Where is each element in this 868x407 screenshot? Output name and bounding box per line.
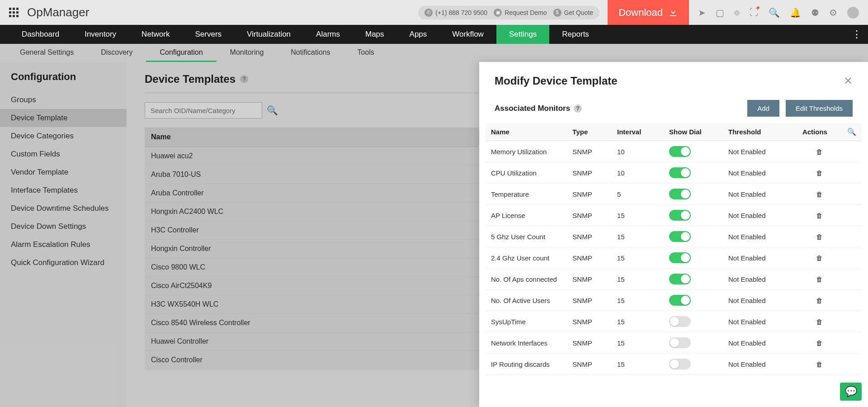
monitor-dial-cell xyxy=(664,354,723,375)
show-dial-toggle[interactable] xyxy=(669,252,691,263)
close-icon[interactable]: ✕ xyxy=(844,75,853,87)
nav-inventory[interactable]: Inventory xyxy=(72,25,129,44)
show-dial-toggle[interactable] xyxy=(669,337,691,348)
monitors-scroll[interactable]: Name Type Interval Show Dial Threshold A… xyxy=(479,123,868,407)
show-dial-toggle[interactable] xyxy=(669,146,691,157)
mon-col-interval[interactable]: Interval xyxy=(612,123,664,141)
mon-col-threshold[interactable]: Threshold xyxy=(723,123,797,141)
show-dial-toggle[interactable] xyxy=(669,316,691,327)
presentation-icon[interactable]: ▢ xyxy=(716,7,724,18)
monitor-dial-cell xyxy=(664,226,723,247)
search-icon[interactable]: 🔍 xyxy=(769,7,780,18)
subnav-discovery[interactable]: Discovery xyxy=(87,44,146,62)
rocket-icon[interactable]: ➤ xyxy=(698,7,706,18)
monitor-row: No. Of Active UsersSNMP15Not Enabled🗑 xyxy=(486,290,862,311)
help-icon[interactable]: ? xyxy=(574,104,582,113)
get-quote-link[interactable]: $Get Quote xyxy=(553,9,594,17)
delete-icon[interactable]: 🗑 xyxy=(797,354,842,375)
monitor-type: SNMP xyxy=(567,311,612,332)
quote-icon: $ xyxy=(553,9,561,17)
nav-more-icon[interactable]: ⋮ xyxy=(852,28,862,40)
monitor-type: SNMP xyxy=(567,354,612,375)
show-dial-toggle[interactable] xyxy=(669,210,691,221)
gift-icon[interactable]: ⛶ xyxy=(750,7,759,18)
delete-icon[interactable]: 🗑 xyxy=(797,184,842,205)
monitor-type: SNMP xyxy=(567,332,612,354)
modify-template-panel: Modify Device Template ✕ Associated Moni… xyxy=(479,62,868,407)
monitor-threshold: Not Enabled xyxy=(723,141,797,162)
monitor-dial-cell xyxy=(664,162,723,184)
monitor-dial-cell xyxy=(664,141,723,162)
mon-col-type[interactable]: Type xyxy=(567,123,612,141)
chat-fab[interactable]: 💬 xyxy=(840,383,862,401)
gear-icon[interactable]: ⚙ xyxy=(829,7,837,18)
show-dial-toggle[interactable] xyxy=(669,274,691,284)
monitor-type: SNMP xyxy=(567,162,612,184)
demo-text: Request Demo xyxy=(505,9,547,16)
monitor-row: AP LicenseSNMP15Not Enabled🗑 xyxy=(486,205,862,226)
plug-icon[interactable]: ⚉ xyxy=(811,7,819,18)
topbar: OpManager ✆(+1) 888 720 9500 ▣Request De… xyxy=(0,0,868,25)
monitor-type: SNMP xyxy=(567,184,612,205)
delete-icon[interactable]: 🗑 xyxy=(797,226,842,247)
nav-apps[interactable]: Apps xyxy=(397,25,440,44)
mon-col-dial[interactable]: Show Dial xyxy=(664,123,723,141)
avatar-icon[interactable] xyxy=(847,7,859,19)
nav-alarms[interactable]: Alarms xyxy=(303,25,353,44)
subnav-notifications[interactable]: Notifications xyxy=(277,44,344,62)
show-dial-toggle[interactable] xyxy=(669,231,691,242)
nav-network[interactable]: Network xyxy=(129,25,182,44)
delete-icon[interactable]: 🗑 xyxy=(797,141,842,162)
monitor-dial-cell xyxy=(664,269,723,290)
add-button[interactable]: Add xyxy=(747,100,779,117)
spacer-cell xyxy=(842,226,862,247)
show-dial-toggle[interactable] xyxy=(669,359,691,369)
delete-icon[interactable]: 🗑 xyxy=(797,290,842,311)
bell-icon[interactable]: 🔔 xyxy=(790,7,801,18)
subnav-general-settings[interactable]: General Settings xyxy=(6,44,87,62)
subnav-tools[interactable]: Tools xyxy=(344,44,387,62)
nav-maps[interactable]: Maps xyxy=(353,25,397,44)
mon-col-name[interactable]: Name xyxy=(486,123,567,141)
phone-icon: ✆ xyxy=(425,9,433,17)
download-button[interactable]: Download xyxy=(608,0,689,25)
mon-col-actions[interactable]: Actions xyxy=(797,123,842,141)
phone-text: (+1) 888 720 9500 xyxy=(435,9,487,16)
monitor-interval: 15 xyxy=(612,247,664,269)
request-demo-link[interactable]: ▣Request Demo xyxy=(494,9,547,17)
monitor-threshold: Not Enabled xyxy=(723,162,797,184)
apps-grid-icon[interactable] xyxy=(9,8,19,18)
delete-icon[interactable]: 🗑 xyxy=(797,332,842,354)
edit-thresholds-button[interactable]: Edit Thresholds xyxy=(786,100,853,117)
nav-dashboard[interactable]: Dashboard xyxy=(9,25,72,44)
delete-icon[interactable]: 🗑 xyxy=(797,269,842,290)
mon-col-search[interactable]: 🔍 xyxy=(842,123,862,141)
subnav-configuration[interactable]: Configuration xyxy=(146,44,216,62)
nav-settings[interactable]: Settings xyxy=(496,25,549,44)
monitor-threshold: Not Enabled xyxy=(723,332,797,354)
search-icon[interactable]: 🔍 xyxy=(847,128,856,136)
spacer-cell xyxy=(842,184,862,205)
show-dial-toggle[interactable] xyxy=(669,189,691,199)
show-dial-toggle[interactable] xyxy=(669,295,691,306)
download-label: Download xyxy=(618,7,663,19)
delete-icon[interactable]: 🗑 xyxy=(797,311,842,332)
monitor-dial-cell xyxy=(664,290,723,311)
nav-servers[interactable]: Servers xyxy=(182,25,234,44)
monitor-row: TemperatureSNMP5Not Enabled🗑 xyxy=(486,184,862,205)
nav-reports[interactable]: Reports xyxy=(549,25,602,44)
delete-icon[interactable]: 🗑 xyxy=(797,205,842,226)
delete-icon[interactable]: 🗑 xyxy=(797,247,842,269)
monitor-dial-cell xyxy=(664,247,723,269)
nav-workflow[interactable]: Workflow xyxy=(439,25,496,44)
monitor-name: AP License xyxy=(486,205,567,226)
headset-icon[interactable]: ⌾ xyxy=(734,7,740,18)
nav-virtualization[interactable]: Virtualization xyxy=(234,25,303,44)
monitor-type: SNMP xyxy=(567,205,612,226)
phone-link[interactable]: ✆(+1) 888 720 9500 xyxy=(425,9,487,17)
subnav-monitoring[interactable]: Monitoring xyxy=(217,44,278,62)
show-dial-toggle[interactable] xyxy=(669,167,691,178)
monitor-threshold: Not Enabled xyxy=(723,354,797,375)
delete-icon[interactable]: 🗑 xyxy=(797,162,842,184)
monitor-interval: 15 xyxy=(612,205,664,226)
